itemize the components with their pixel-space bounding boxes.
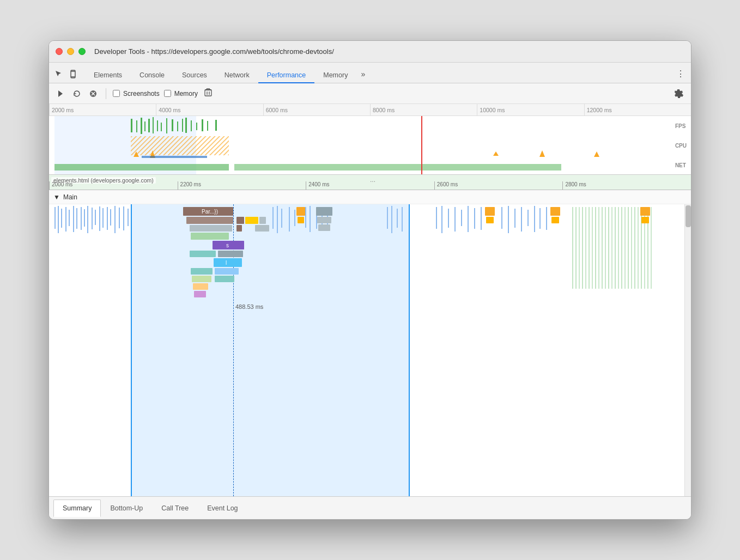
tab-bottom-up[interactable]: Bottom-Up bbox=[101, 500, 152, 517]
svg-rect-134 bbox=[605, 207, 606, 289]
tab-summary[interactable]: Summary bbox=[53, 500, 101, 517]
svg-rect-68 bbox=[259, 217, 266, 224]
svg-rect-49 bbox=[76, 208, 77, 229]
svg-rect-135 bbox=[608, 207, 609, 289]
svg-rect-70 bbox=[236, 225, 242, 232]
svg-rect-144 bbox=[638, 207, 639, 289]
collapse-toggle[interactable]: ▼ bbox=[53, 193, 60, 201]
svg-rect-93 bbox=[310, 206, 311, 232]
tabs-bar: Elements Console Sources Network Perform… bbox=[49, 63, 691, 83]
svg-rect-55 bbox=[99, 206, 100, 231]
tab-console[interactable]: Console bbox=[131, 68, 173, 83]
timeline-section[interactable]: 2000 ms 4000 ms 6000 ms 8000 ms 10000 ms… bbox=[49, 104, 691, 175]
svg-rect-46 bbox=[65, 207, 66, 232]
more-options-icon[interactable]: ⋮ bbox=[675, 68, 687, 80]
tab-call-tree[interactable]: Call Tree bbox=[152, 500, 198, 517]
svg-rect-58 bbox=[110, 209, 111, 226]
close-button[interactable] bbox=[56, 48, 63, 55]
svg-rect-115 bbox=[508, 206, 509, 233]
svg-rect-148 bbox=[651, 207, 652, 289]
svg-rect-100 bbox=[387, 207, 388, 229]
settings-button[interactable] bbox=[672, 87, 686, 100]
timeline-content[interactable]: FPS CPU NET bbox=[49, 116, 691, 175]
overview-bar[interactable]: elements.html (developers.google.com) 20… bbox=[49, 175, 691, 190]
screenshots-checkbox[interactable] bbox=[113, 90, 120, 97]
flame-section: ▼ Main bbox=[49, 190, 691, 496]
flame-scrollbar[interactable] bbox=[684, 204, 691, 496]
svg-rect-20 bbox=[157, 120, 158, 131]
svg-rect-43 bbox=[54, 207, 56, 229]
clear-recording-button[interactable] bbox=[87, 88, 99, 100]
screenshots-checkbox-group: Screenshots bbox=[113, 90, 160, 98]
screenshots-label: Screenshots bbox=[123, 90, 160, 98]
tab-elements[interactable]: Elements bbox=[85, 68, 131, 83]
ruler-mark-12000: 12000 ms bbox=[584, 104, 691, 115]
tab-performance[interactable]: Performance bbox=[258, 68, 315, 83]
svg-rect-21 bbox=[161, 123, 162, 131]
svg-rect-149 bbox=[640, 207, 650, 216]
svg-rect-125 bbox=[575, 207, 577, 289]
svg-rect-79 bbox=[191, 268, 213, 275]
trash-button[interactable] bbox=[204, 88, 212, 99]
svg-rect-34 bbox=[131, 136, 229, 155]
flame-chart-content[interactable]: Par...}) s l bbox=[49, 204, 691, 496]
svg-rect-97 bbox=[316, 207, 332, 216]
svg-rect-15 bbox=[136, 120, 137, 132]
reload-button[interactable] bbox=[71, 88, 83, 100]
svg-rect-116 bbox=[514, 209, 515, 228]
flame-chart-header: ▼ Main bbox=[49, 190, 691, 204]
svg-rect-133 bbox=[602, 207, 603, 289]
overview-mark-2600: 2600 ms bbox=[434, 181, 563, 190]
fps-label: FPS bbox=[675, 123, 687, 129]
svg-rect-123 bbox=[551, 217, 559, 223]
tab-event-log[interactable]: Event Log bbox=[198, 500, 247, 517]
bottom-tabs-bar: Summary Bottom-Up Call Tree Event Log bbox=[49, 496, 691, 519]
svg-rect-124 bbox=[572, 207, 573, 289]
minimize-button[interactable] bbox=[67, 48, 74, 55]
tabs-more-button[interactable]: » bbox=[356, 66, 369, 83]
overview-mark-2200: 2200 ms bbox=[178, 181, 306, 190]
tab-memory[interactable]: Memory bbox=[314, 68, 356, 83]
svg-rect-132 bbox=[598, 207, 599, 289]
ruler-mark-6000: 6000 ms bbox=[263, 104, 370, 115]
svg-rect-40 bbox=[142, 156, 207, 158]
mobile-icon[interactable] bbox=[68, 69, 78, 80]
svg-rect-66 bbox=[236, 217, 244, 224]
svg-rect-107 bbox=[454, 207, 456, 232]
svg-rect-106 bbox=[448, 209, 449, 228]
svg-rect-130 bbox=[592, 207, 593, 289]
svg-rect-44 bbox=[58, 206, 59, 233]
ruler-marks: 2000 ms 4000 ms 6000 ms 8000 ms 10000 ms… bbox=[49, 104, 691, 115]
svg-rect-129 bbox=[589, 207, 590, 289]
svg-rect-41 bbox=[54, 164, 229, 171]
svg-rect-99 bbox=[318, 224, 330, 231]
svg-rect-16 bbox=[141, 118, 142, 134]
timeline-ruler: 2000 ms 4000 ms 6000 ms 8000 ms 10000 ms… bbox=[49, 104, 691, 116]
svg-rect-117 bbox=[521, 207, 522, 232]
svg-rect-23 bbox=[172, 119, 173, 131]
timeline-labels: FPS CPU NET bbox=[675, 116, 687, 175]
svg-rect-114 bbox=[501, 207, 502, 229]
devtools-window: Developer Tools - https://developers.goo… bbox=[48, 40, 692, 520]
ruler-mark-2000: 2000 ms bbox=[49, 104, 156, 115]
tab-network[interactable]: Network bbox=[216, 68, 258, 83]
playhead-line bbox=[421, 116, 422, 175]
svg-rect-45 bbox=[61, 209, 62, 228]
scrollbar-thumb[interactable] bbox=[686, 205, 691, 227]
cursor-icon[interactable] bbox=[53, 69, 64, 80]
svg-rect-27 bbox=[191, 120, 192, 131]
svg-rect-7 bbox=[205, 90, 211, 96]
svg-rect-113 bbox=[486, 217, 494, 223]
overview-mark-2800: 2800 ms bbox=[562, 181, 691, 190]
maximize-button[interactable] bbox=[78, 48, 86, 55]
memory-checkbox[interactable] bbox=[164, 90, 171, 97]
tab-sources[interactable]: Sources bbox=[173, 68, 216, 83]
svg-rect-111 bbox=[481, 207, 482, 230]
svg-rect-87 bbox=[281, 209, 282, 228]
svg-rect-104 bbox=[436, 207, 437, 229]
net-track bbox=[49, 160, 691, 175]
record-button[interactable] bbox=[54, 88, 66, 100]
svg-text:s: s bbox=[226, 242, 229, 248]
svg-rect-28 bbox=[196, 123, 197, 130]
svg-rect-56 bbox=[102, 208, 104, 228]
